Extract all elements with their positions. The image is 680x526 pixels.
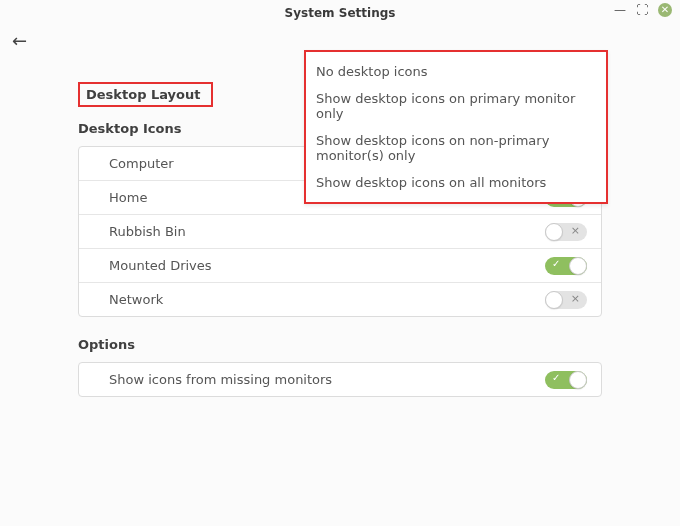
toggle-network[interactable] — [545, 291, 587, 309]
dropdown-option[interactable]: Show desktop icons on primary monitor on… — [306, 85, 606, 127]
toggle-rubbish-bin[interactable] — [545, 223, 587, 241]
dropdown-option[interactable]: No desktop icons — [306, 58, 606, 85]
close-button[interactable]: ✕ — [658, 3, 672, 17]
row-label: Computer — [109, 156, 174, 171]
desktop-layout-heading-highlight: Desktop Layout — [78, 82, 213, 107]
row-label: Rubbish Bin — [109, 224, 186, 239]
minimize-button[interactable]: — — [614, 3, 626, 17]
option-row-missing-monitors: Show icons from missing monitors — [79, 363, 601, 396]
desktop-layout-dropdown[interactable]: No desktop icons Show desktop icons on p… — [304, 50, 608, 204]
row-label: Mounted Drives — [109, 258, 212, 273]
titlebar: System Settings — ⛶ ✕ — [0, 0, 680, 24]
options-heading: Options — [78, 337, 602, 352]
back-button[interactable]: ← — [12, 30, 27, 51]
row-label: Show icons from missing monitors — [109, 372, 332, 387]
window-controls: — ⛶ ✕ — [614, 3, 672, 17]
window-title: System Settings — [285, 6, 396, 20]
dropdown-option[interactable]: Show desktop icons on all monitors — [306, 169, 606, 196]
dropdown-option[interactable]: Show desktop icons on non-primary monito… — [306, 127, 606, 169]
icon-row-mounted-drives: Mounted Drives — [79, 248, 601, 282]
desktop-layout-heading: Desktop Layout — [86, 87, 201, 102]
icon-row-network: Network — [79, 282, 601, 316]
maximize-button[interactable]: ⛶ — [636, 3, 648, 17]
options-panel: Show icons from missing monitors — [78, 362, 602, 397]
icon-row-rubbish-bin: Rubbish Bin — [79, 214, 601, 248]
row-label: Home — [109, 190, 147, 205]
toggle-missing-monitors[interactable] — [545, 371, 587, 389]
row-label: Network — [109, 292, 163, 307]
toggle-mounted-drives[interactable] — [545, 257, 587, 275]
